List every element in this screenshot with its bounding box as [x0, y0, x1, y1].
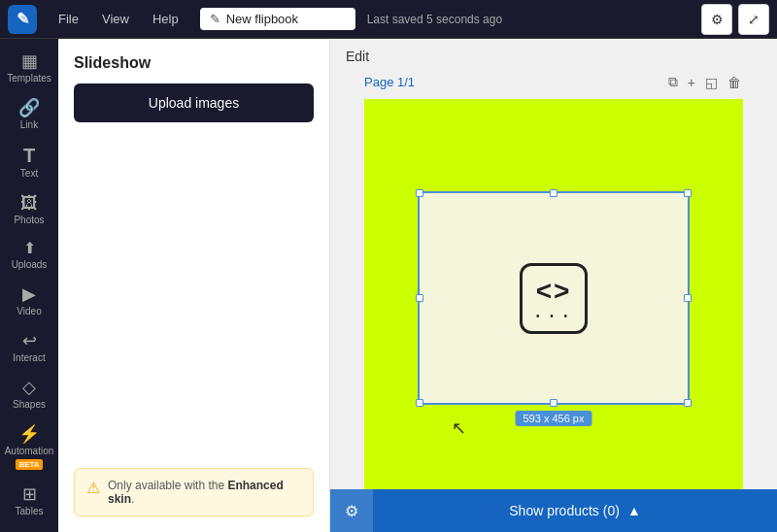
- top-menu: File View Help: [49, 8, 188, 30]
- sidebar: ▦ Templates 🔗 Link T Text 🖼 Photos ⬆ Upl…: [0, 39, 58, 532]
- tables-icon: ⊞: [22, 485, 37, 503]
- settings-icon: ⚙: [711, 12, 724, 27]
- sidebar-item-photos[interactable]: 🖼 Photos: [4, 188, 54, 231]
- warning-text-before: Only available with the: [108, 479, 227, 492]
- resize-handle-top-right[interactable]: [684, 189, 692, 197]
- canvas-container[interactable]: <> • • • 593 x 456 px ↖: [364, 99, 743, 516]
- add-page-button[interactable]: +: [686, 72, 697, 92]
- warning-icon: ⚠: [86, 479, 100, 497]
- sidebar-label-interact: Interact: [13, 352, 45, 363]
- sidebar-item-automation[interactable]: ⚡ Automation BETA: [4, 419, 54, 476]
- sidebar-label-text: Text: [20, 168, 38, 179]
- video-icon: ▶: [22, 285, 36, 303]
- chevron-up-icon: ▲: [627, 503, 641, 518]
- sidebar-item-shapes[interactable]: ◇ Shapes: [4, 373, 54, 416]
- sidebar-item-tables[interactable]: ⊞ Tables: [4, 480, 54, 522]
- duplicate-page-button[interactable]: ◱: [703, 72, 720, 92]
- flipbook-title[interactable]: New flipbook: [226, 12, 298, 26]
- code-dots: • • •: [536, 311, 571, 321]
- sidebar-label-uploads: Uploads: [12, 259, 48, 270]
- sidebar-label-tables: Tables: [16, 506, 44, 516]
- code-embed-icon: <> • • •: [520, 263, 589, 334]
- canvas-area[interactable]: Page 1/1 ⧉ + ◱ 🗑: [330, 64, 777, 532]
- interact-icon: ↩: [22, 332, 37, 349]
- save-status: Last saved 5 seconds ago: [367, 13, 690, 26]
- main-area: Edit Page 1/1 ⧉ + ◱ 🗑: [330, 39, 777, 532]
- cursor-indicator: ↖: [452, 417, 466, 439]
- code-arrows: <>: [536, 276, 572, 307]
- page-label-bar: Page 1/1 ⧉ + ◱ 🗑: [364, 72, 743, 92]
- left-panel: Slideshow Upload images ⚠ Only available…: [58, 39, 330, 532]
- sidebar-label-templates: Templates: [7, 73, 51, 83]
- sidebar-item-interact[interactable]: ↩ Interact: [4, 326, 54, 369]
- sidebar-item-text[interactable]: T Text: [4, 140, 54, 184]
- resize-handle-top-left[interactable]: [416, 189, 423, 197]
- resize-handle-bot-left[interactable]: [416, 399, 423, 407]
- settings-button[interactable]: ⚙: [701, 4, 732, 35]
- layout: ▦ Templates 🔗 Link T Text 🖼 Photos ⬆ Upl…: [0, 39, 777, 532]
- edit-header: Edit: [330, 39, 777, 64]
- upload-images-button[interactable]: Upload images: [74, 83, 314, 122]
- sidebar-item-templates[interactable]: ▦ Templates: [4, 47, 54, 89]
- copy-page-button[interactable]: ⧉: [666, 72, 680, 92]
- sidebar-item-link[interactable]: 🔗 Link: [4, 93, 54, 136]
- resize-handle-bot-mid[interactable]: [550, 399, 557, 407]
- delete-page-button[interactable]: 🗑: [726, 72, 743, 92]
- warning-text-after: .: [131, 492, 134, 506]
- resize-handle-mid-right[interactable]: [684, 294, 692, 302]
- sidebar-label-automation: Automation: [5, 446, 54, 456]
- warning-text: Only available with the Enhanced skin.: [108, 479, 301, 506]
- top-right-buttons: ⚙ ⤢: [701, 4, 769, 35]
- resize-handle-bot-right[interactable]: [684, 399, 692, 407]
- sidebar-label-shapes: Shapes: [13, 399, 46, 410]
- sidebar-label-video: Video: [17, 306, 41, 316]
- resize-handle-mid-left[interactable]: [416, 294, 423, 302]
- resize-handle-top-mid[interactable]: [550, 189, 557, 197]
- warning-box: ⚠ Only available with the Enhanced skin.: [74, 468, 314, 516]
- uploads-icon: ⬆: [23, 241, 36, 256]
- beta-badge: BETA: [16, 459, 42, 470]
- automation-icon: ⚡: [18, 425, 40, 443]
- sidebar-item-video[interactable]: ▶ Video: [4, 280, 54, 322]
- logo-icon: ✎: [17, 10, 29, 28]
- bottom-bar: ⚙ Show products (0) ▲: [330, 489, 777, 532]
- app-logo[interactable]: ✎: [8, 5, 37, 34]
- sidebar-item-uploads[interactable]: ⬆ Uploads: [4, 235, 54, 276]
- show-products-label: Show products (0): [509, 503, 620, 518]
- templates-icon: ▦: [21, 52, 38, 70]
- menu-file[interactable]: File: [49, 8, 88, 30]
- sidebar-label-link: Link: [20, 119, 38, 130]
- page-actions: ⧉ + ◱ 🗑: [666, 72, 743, 92]
- photos-icon: 🖼: [20, 194, 38, 212]
- embed-block[interactable]: <> • • • 593 x 456 px: [418, 191, 690, 405]
- link-icon: 🔗: [18, 99, 40, 116]
- bottom-gear-button[interactable]: ⚙: [330, 489, 373, 532]
- text-icon: T: [23, 146, 35, 165]
- show-products-button[interactable]: Show products (0) ▲: [373, 489, 777, 532]
- share-icon: ⤢: [748, 12, 760, 27]
- menu-help[interactable]: Help: [143, 8, 188, 30]
- sidebar-label-photos: Photos: [14, 215, 44, 225]
- size-badge: 593 x 456 px: [516, 411, 592, 426]
- gear-icon: ⚙: [345, 502, 358, 520]
- page-label: Page 1/1: [364, 75, 415, 89]
- share-button[interactable]: ⤢: [738, 4, 769, 35]
- menu-view[interactable]: View: [92, 8, 139, 30]
- flipbook-title-wrap[interactable]: ✎ New flipbook: [200, 8, 355, 30]
- topbar: ✎ File View Help ✎ New flipbook Last sav…: [0, 0, 777, 39]
- edit-icon: ✎: [210, 12, 220, 26]
- panel-title: Slideshow: [74, 54, 314, 72]
- shapes-icon: ◇: [22, 379, 36, 396]
